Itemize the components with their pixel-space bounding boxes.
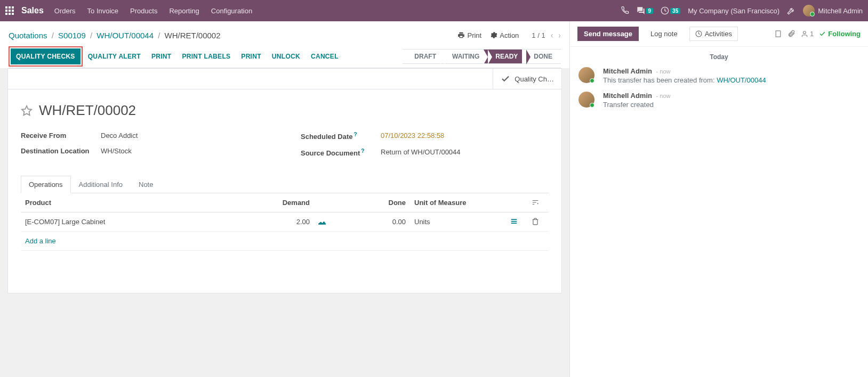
unlock-button[interactable]: UNLOCK	[267, 48, 306, 64]
control-panel: Quotations / S00109 / WH/OUT/00044 / WH/…	[0, 21, 569, 68]
col-settings[interactable]	[527, 193, 549, 212]
messaging-icon[interactable]: 9	[637, 6, 654, 15]
message: Mitchell Admin - now This transfer has b…	[578, 67, 859, 84]
breadcrumb: Quotations / S00109 / WH/OUT/00044 / WH/…	[9, 31, 221, 40]
msg-text: This transfer has been created from: WH/…	[603, 76, 859, 84]
message: Mitchell Admin - now Transfer created	[578, 92, 859, 109]
print-labels-button[interactable]: PRINT LABELS	[176, 48, 236, 64]
print-button[interactable]: Print	[457, 31, 481, 39]
msg-text: Transfer created	[603, 101, 859, 109]
cell-demand[interactable]: 2.00	[239, 212, 314, 231]
menu-configuration[interactable]: Configuration	[211, 7, 252, 15]
company-name[interactable]: My Company (San Francisco)	[688, 7, 779, 15]
activities-badge: 35	[670, 8, 680, 14]
msg-time: - now	[656, 93, 671, 99]
cancel-button[interactable]: CANCEL	[306, 48, 344, 64]
user-menu[interactable]: Mitchell Admin	[803, 5, 863, 17]
menu-to-invoice[interactable]: To Invoice	[87, 7, 119, 15]
pager-prev-icon[interactable]: ‹	[551, 31, 553, 39]
apps-icon[interactable]	[5, 6, 14, 15]
msg-author[interactable]: Mitchell Admin	[603, 92, 652, 100]
cell-done[interactable]: 0.00	[335, 212, 410, 231]
msg-link[interactable]: WH/OUT/00044	[717, 76, 766, 84]
pager-value[interactable]: 1 / 1	[532, 31, 545, 39]
activities-icon[interactable]: 35	[661, 6, 680, 15]
status-draft[interactable]: DRAFT	[403, 49, 445, 64]
send-message-button[interactable]: Send message	[577, 27, 639, 41]
tab-operations[interactable]: Operations	[21, 176, 71, 193]
log-note-button[interactable]: Log note	[644, 27, 684, 41]
delete-icon[interactable]	[527, 212, 549, 231]
col-product[interactable]: Product	[21, 193, 239, 212]
toolbar: QUALITY CHECKS QUALITY ALERT PRINT PRINT…	[9, 45, 561, 68]
book-icon[interactable]	[774, 30, 782, 38]
source-doc-label: Source Document?	[301, 148, 381, 157]
receive-from-label: Receive From	[21, 132, 101, 140]
record-title: WH/RET/00002	[39, 102, 136, 119]
breadcrumb-order[interactable]: S00109	[58, 31, 86, 40]
forecast-icon[interactable]	[314, 212, 335, 231]
operations-table: Product Demand Done Unit of Measure [E-C…	[21, 193, 549, 272]
receive-from-value[interactable]: Deco Addict	[101, 132, 138, 140]
form-sheet: Quality Ch… WH/RET/00002 Receive From De…	[7, 68, 562, 293]
svg-rect-4	[511, 223, 517, 224]
help-icon[interactable]: ?	[361, 148, 364, 154]
quality-checks-stat-button[interactable]: Quality Ch…	[493, 69, 561, 89]
pager: 1 / 1 ‹ ›	[532, 31, 561, 39]
quality-alert-button[interactable]: QUALITY ALERT	[83, 48, 146, 64]
messaging-badge: 9	[646, 8, 654, 14]
pager-next-icon[interactable]: ›	[558, 31, 561, 39]
print-action-button[interactable]: PRINT	[146, 48, 177, 64]
msg-author[interactable]: Mitchell Admin	[603, 67, 652, 75]
star-icon[interactable]	[21, 105, 33, 117]
avatar	[803, 5, 815, 17]
quality-checks-button[interactable]: QUALITY CHECKS	[11, 48, 81, 64]
print-action-button-2[interactable]: PRINT	[236, 48, 267, 64]
following-button[interactable]: Following	[819, 30, 861, 38]
cell-product[interactable]: [E-COM07] Large Cabinet	[21, 212, 239, 231]
tab-note[interactable]: Note	[131, 176, 161, 193]
followers-button[interactable]: 1	[801, 30, 814, 38]
date-separator: Today	[578, 53, 859, 61]
destination-label: Destination Location	[21, 147, 101, 155]
topbar: Sales Orders To Invoice Products Reporti…	[0, 0, 868, 21]
svg-rect-3	[511, 221, 517, 222]
scheduled-date-label: Scheduled Date?	[301, 132, 381, 141]
svg-point-6	[803, 31, 806, 34]
detail-icon[interactable]	[506, 212, 527, 231]
chatter: Send message Log note Activities 1 Follo…	[569, 21, 868, 377]
col-done[interactable]: Done	[335, 193, 410, 212]
tools-icon[interactable]	[787, 6, 795, 15]
breadcrumb-current: WH/RET/00002	[165, 31, 221, 40]
menu-reporting[interactable]: Reporting	[169, 7, 199, 15]
cell-uom[interactable]: Units	[410, 212, 506, 231]
stat-label: Quality Ch…	[515, 75, 554, 83]
svg-rect-2	[511, 219, 517, 220]
avatar[interactable]	[578, 67, 594, 83]
tab-additional-info[interactable]: Additional Info	[71, 176, 131, 193]
phone-icon[interactable]	[621, 6, 629, 15]
user-name: Mitchell Admin	[818, 7, 863, 15]
scheduled-date-value[interactable]: 07/10/2023 22:58:58	[381, 132, 444, 141]
action-button[interactable]: Action	[490, 31, 519, 39]
add-line-button[interactable]: Add a line	[21, 231, 549, 250]
col-uom[interactable]: Unit of Measure	[410, 193, 506, 212]
source-doc-value[interactable]: Return of WH/OUT/00044	[381, 148, 461, 157]
menu-orders[interactable]: Orders	[54, 7, 76, 15]
tabs: Operations Additional Info Note	[21, 176, 549, 193]
avatar[interactable]	[578, 92, 594, 108]
statusbar: DRAFT WAITING READY DONE	[403, 49, 561, 64]
destination-value[interactable]: WH/Stock	[101, 147, 132, 155]
activities-button[interactable]: Activities	[689, 27, 738, 41]
svg-marker-1	[22, 105, 31, 114]
breadcrumb-quotations[interactable]: Quotations	[9, 31, 47, 40]
help-icon[interactable]: ?	[354, 132, 357, 137]
attachment-icon[interactable]	[787, 30, 795, 38]
highlight-annotation: QUALITY CHECKS	[9, 46, 83, 67]
col-demand[interactable]: Demand	[239, 193, 314, 212]
menu-products[interactable]: Products	[130, 7, 157, 15]
table-row[interactable]: [E-COM07] Large Cabinet 2.00 0.00 Units	[21, 212, 549, 231]
msg-time: - now	[656, 68, 671, 75]
breadcrumb-delivery[interactable]: WH/OUT/00044	[97, 31, 154, 40]
module-name[interactable]: Sales	[21, 6, 44, 15]
